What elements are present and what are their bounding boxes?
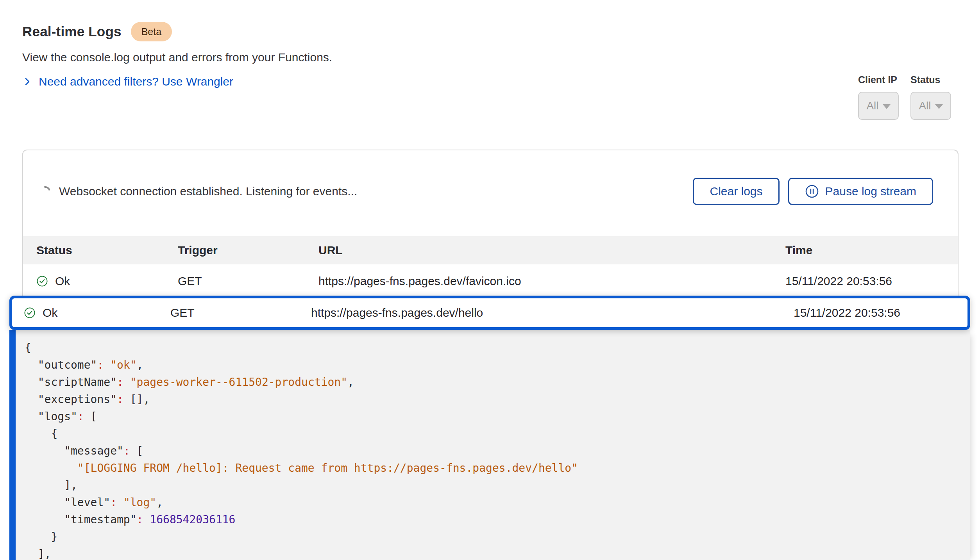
page-subtitle: View the console.log output and errors f… xyxy=(22,51,980,64)
column-header-url: URL xyxy=(318,244,785,257)
status-filter-value: All xyxy=(919,100,931,112)
caret-down-icon xyxy=(935,104,943,109)
row-trigger: GET xyxy=(170,306,311,319)
log-table-row[interactable]: Ok GET https://pages-fns.pages.dev/favic… xyxy=(23,264,958,298)
wrangler-link[interactable]: Need advanced filters? Use Wrangler xyxy=(22,75,233,88)
status-filter-group: Status All xyxy=(910,74,951,120)
chevron-right-icon xyxy=(22,77,32,87)
row-status: Ok xyxy=(43,306,57,319)
page-title: Real-time Logs xyxy=(22,24,122,39)
page-header: Real-time Logs Beta View the console.log… xyxy=(0,0,980,88)
pause-icon xyxy=(805,184,819,198)
clear-logs-label: Clear logs xyxy=(710,185,762,198)
log-table-header: Status Trigger URL Time xyxy=(23,236,958,264)
row-url: https://pages-fns.pages.dev/favicon.ico xyxy=(318,275,785,288)
realtime-logs-page: Real-time Logs Beta View the console.log… xyxy=(0,0,980,560)
row-status: Ok xyxy=(55,275,70,288)
row-url: https://pages-fns.pages.dev/hello xyxy=(311,306,794,319)
wrangler-link-label: Need advanced filters? Use Wrangler xyxy=(39,75,233,88)
caret-down-icon xyxy=(883,104,891,109)
status-filter-label: Status xyxy=(910,74,951,86)
row-time: 15/11/2022 20:53:56 xyxy=(785,275,958,288)
expanded-log-entry: Ok GET https://pages-fns.pages.dev/hello… xyxy=(9,296,970,560)
log-filters: Client IP All Status All xyxy=(858,74,951,120)
pause-log-stream-button[interactable]: Pause log stream xyxy=(788,178,933,205)
log-json-panel: { "outcome": "ok", "scriptName": "pages-… xyxy=(9,330,970,560)
beta-badge: Beta xyxy=(131,22,172,41)
log-actions: Clear logs Pause log stream xyxy=(693,178,933,205)
client-ip-filter-value: All xyxy=(866,100,878,112)
websocket-status-text: Websocket connection established. Listen… xyxy=(59,185,357,198)
client-ip-filter[interactable]: All xyxy=(858,92,899,120)
column-header-time: Time xyxy=(785,244,958,257)
row-trigger: GET xyxy=(178,275,318,288)
spinner-icon xyxy=(38,184,52,198)
log-json: { "outcome": "ok", "scriptName": "pages-… xyxy=(25,339,961,560)
clear-logs-button[interactable]: Clear logs xyxy=(693,178,779,205)
websocket-status-bar: Websocket connection established. Listen… xyxy=(23,150,958,236)
pause-log-stream-label: Pause log stream xyxy=(825,185,916,198)
column-header-trigger: Trigger xyxy=(178,244,318,257)
column-header-status: Status xyxy=(36,244,178,257)
ok-check-icon xyxy=(24,307,36,319)
row-time: 15/11/2022 20:53:56 xyxy=(794,306,967,319)
client-ip-label: Client IP xyxy=(858,74,899,86)
ok-check-icon xyxy=(36,275,48,287)
status-filter[interactable]: All xyxy=(910,92,951,120)
selected-log-row[interactable]: Ok GET https://pages-fns.pages.dev/hello… xyxy=(9,296,970,330)
client-ip-filter-group: Client IP All xyxy=(858,74,899,120)
